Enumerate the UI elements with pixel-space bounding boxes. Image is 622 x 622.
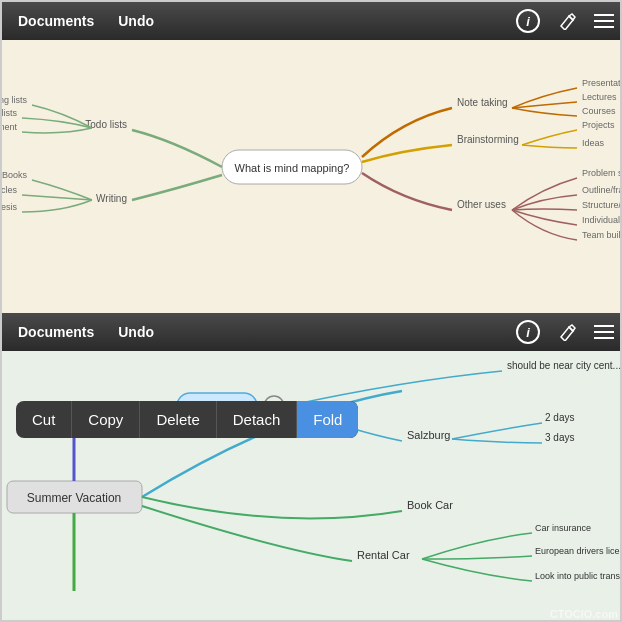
cut-button[interactable]: Cut — [16, 401, 72, 438]
bottom-panel: Documents Undo i Summer Vacation — [2, 313, 622, 622]
copy-button[interactable]: Copy — [72, 401, 140, 438]
svg-text:European drivers license requi: European drivers license required? — [535, 546, 622, 556]
delete-button[interactable]: Delete — [140, 401, 216, 438]
svg-text:Thesis: Thesis — [2, 202, 17, 212]
svg-text:Writing: Writing — [96, 193, 127, 204]
info-icon-2[interactable]: i — [514, 318, 542, 346]
menu-icon[interactable] — [594, 14, 614, 28]
detach-button[interactable]: Detach — [217, 401, 298, 438]
svg-text:Ideas: Ideas — [582, 138, 605, 148]
edit-icon-2[interactable] — [554, 318, 582, 346]
svg-text:Car insurance: Car insurance — [535, 523, 591, 533]
top-panel: Documents Undo i What is mind mapping? T… — [2, 2, 622, 313]
svg-text:Rental Car: Rental Car — [357, 549, 410, 561]
svg-text:Team building: Team building — [582, 230, 622, 240]
svg-text:Shopping lists: Shopping lists — [2, 95, 27, 105]
documents-button[interactable]: Documents — [12, 11, 100, 31]
svg-text:Lectures: Lectures — [582, 92, 617, 102]
documents-button-2[interactable]: Documents — [12, 322, 100, 342]
svg-text:Salzburg: Salzburg — [407, 429, 450, 441]
svg-text:Look into public transport as : Look into public transport as an altern.… — [535, 571, 622, 581]
svg-text:Other uses: Other uses — [457, 199, 506, 210]
svg-text:Individual expression of cre..: Individual expression of cre... — [582, 215, 622, 225]
svg-text:Brainstorming: Brainstorming — [457, 134, 519, 145]
svg-text:3 days: 3 days — [545, 432, 574, 443]
svg-text:2 days: 2 days — [545, 412, 574, 423]
context-menu: Cut Copy Delete Detach Fold — [16, 401, 358, 438]
info-circle: i — [516, 9, 540, 33]
bottom-mindmap: Summer Vacation Hotels + should be near … — [2, 351, 622, 622]
svg-text:Vacation checklists: Vacation checklists — [2, 108, 17, 118]
svg-text:Articles: Articles — [2, 185, 17, 195]
svg-text:Summer Vacation: Summer Vacation — [27, 491, 121, 505]
undo-button-2[interactable]: Undo — [112, 322, 160, 342]
svg-text:Problem solving: Problem solving — [582, 168, 622, 178]
svg-text:Presentations: Presentations — [582, 78, 622, 88]
svg-text:should be near city cent...: should be near city cent... — [507, 360, 621, 371]
undo-button[interactable]: Undo — [112, 11, 160, 31]
info-circle-2: i — [516, 320, 540, 344]
svg-text:What is mind mapping?: What is mind mapping? — [235, 162, 350, 174]
svg-text:Books: Books — [2, 170, 27, 180]
svg-text:Book Car: Book Car — [407, 499, 453, 511]
watermark: CTOCIO.com — [550, 608, 618, 620]
svg-text:Outline/framework design: Outline/framework design — [582, 185, 622, 195]
bottom-toolbar: Documents Undo i — [2, 313, 622, 351]
svg-text:Project management: Project management — [2, 122, 17, 132]
svg-text:Structure/relationship repr...: Structure/relationship repr... — [582, 200, 622, 210]
top-mindmap: What is mind mapping? Todo lists Shoppin… — [2, 40, 622, 313]
top-toolbar: Documents Undo i — [2, 2, 622, 40]
info-icon[interactable]: i — [514, 7, 542, 35]
fold-button[interactable]: Fold — [297, 401, 358, 438]
svg-text:Projects: Projects — [582, 120, 615, 130]
menu-icon-2[interactable] — [594, 325, 614, 339]
edit-icon[interactable] — [554, 7, 582, 35]
svg-text:Courses: Courses — [582, 106, 616, 116]
svg-text:Note taking: Note taking — [457, 97, 508, 108]
